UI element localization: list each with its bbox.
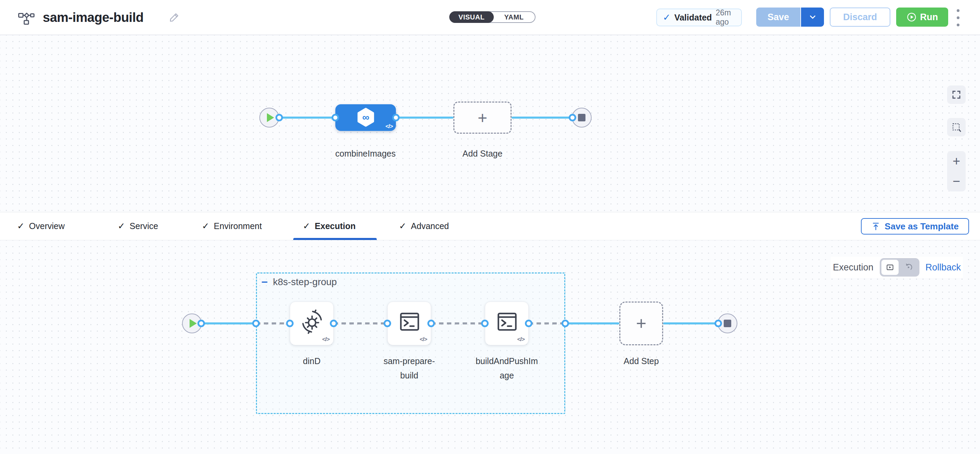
chevron-down-icon	[808, 13, 817, 22]
save-dropdown-button[interactable]	[800, 8, 824, 27]
tab-check-icon: ✓	[118, 221, 125, 232]
code-icon: </>	[322, 336, 329, 343]
execution-mode-segment[interactable]	[881, 259, 899, 275]
validated-time: 26m ago	[716, 8, 741, 27]
connector-edge	[201, 322, 256, 324]
connector-edge	[663, 322, 716, 324]
connector-edge	[256, 322, 290, 324]
connector-port	[332, 114, 339, 121]
tab-label: Service	[130, 221, 158, 231]
tab-check-icon: ✓	[17, 221, 25, 232]
execution-play-icon	[886, 263, 894, 272]
save-as-template-button[interactable]: Save as Template	[861, 218, 969, 235]
code-icon: </>	[420, 336, 427, 343]
connector-port	[330, 320, 337, 327]
collapse-minus-icon[interactable]: −	[261, 276, 268, 287]
zoom-in-button[interactable]: +	[953, 154, 960, 168]
connector-edge	[396, 117, 453, 119]
pipeline-studio: sam-image-build VISUAL YAML ✓ Validated …	[0, 0, 980, 454]
add-step-label: Add Step	[597, 354, 686, 368]
execution-mode-label: Execution	[833, 262, 873, 273]
connector-edge	[431, 322, 485, 324]
connector-edge	[512, 117, 570, 119]
rollback-link[interactable]: Rollback	[926, 262, 961, 273]
header-bar: sam-image-build VISUAL YAML ✓ Validated …	[0, 0, 980, 35]
fullscreen-icon	[951, 90, 961, 100]
tab-check-icon: ✓	[202, 221, 209, 232]
connector-port	[197, 320, 205, 327]
stage-tabbar: ✓ Overview ✓ Service ✓ Environment ✓ Exe…	[0, 212, 980, 240]
svg-text:∞: ∞	[363, 112, 369, 123]
connector-edge	[279, 117, 335, 119]
connector-port	[427, 320, 435, 327]
connector-port	[275, 114, 283, 121]
execution-rollback-toggle[interactable]	[880, 258, 920, 276]
tab-execution[interactable]: ✓ Execution	[303, 212, 356, 240]
plus-icon: +	[478, 108, 487, 127]
connector-port	[481, 320, 488, 327]
connector-port	[286, 320, 294, 327]
marquee-select-button[interactable]	[947, 118, 966, 137]
edit-pencil-icon[interactable]	[169, 12, 180, 23]
rollback-mode-segment[interactable]	[899, 259, 918, 275]
save-button[interactable]: Save	[756, 8, 800, 27]
save-as-template-label: Save as Template	[885, 221, 958, 232]
step-group-header: − k8s-step-group	[261, 276, 337, 287]
active-tab-underline	[293, 238, 377, 240]
validated-check-icon: ✓	[663, 12, 671, 23]
tab-label: Advanced	[411, 221, 449, 231]
connector-edge	[529, 322, 565, 324]
step-group-name: k8s-step-group	[273, 276, 337, 287]
connector-port	[252, 320, 260, 327]
terminal-icon	[397, 310, 422, 334]
tab-check-icon: ✓	[303, 221, 310, 232]
zoom-out-button[interactable]: −	[953, 174, 960, 189]
start-play-icon	[189, 319, 197, 328]
discard-button[interactable]: Discard	[830, 8, 890, 27]
tab-environment[interactable]: ✓ Environment	[202, 212, 262, 240]
add-stage-label: Add Stage	[431, 147, 534, 160]
terminal-icon	[495, 310, 519, 334]
toggle-visual[interactable]: VISUAL	[449, 11, 494, 23]
connector-edge	[334, 322, 387, 324]
step-name-label: buildAndPushIm age	[462, 354, 551, 383]
run-label: Run	[920, 12, 938, 22]
visual-yaml-toggle[interactable]: VISUAL YAML	[449, 11, 536, 23]
tab-overview[interactable]: ✓ Overview	[17, 212, 65, 240]
validated-badge[interactable]: ✓ Validated 26m ago	[656, 8, 742, 26]
step-card-dind[interactable]: </>	[290, 302, 334, 345]
connector-port	[392, 114, 400, 121]
gear-sync-icon	[300, 310, 325, 334]
code-icon: </>	[517, 336, 525, 343]
run-play-icon	[907, 12, 917, 22]
code-icon: </>	[385, 123, 393, 130]
connector-port	[714, 320, 722, 327]
connector-edge	[565, 322, 619, 324]
tab-label: Environment	[214, 221, 262, 231]
run-button[interactable]: Run	[896, 8, 948, 27]
fullscreen-button[interactable]	[947, 86, 966, 104]
tab-service[interactable]: ✓ Service	[118, 212, 158, 240]
pipeline-icon	[18, 10, 35, 25]
add-step-button[interactable]: +	[619, 302, 663, 345]
stage-name-label: combineImages	[314, 147, 417, 160]
ci-stage-hexagon-icon: ∞	[356, 107, 376, 127]
end-stop-icon	[724, 320, 731, 327]
more-options-kebab-icon[interactable]	[956, 9, 961, 26]
connector-port	[562, 320, 569, 327]
pipeline-title: sam-image-build	[43, 10, 143, 25]
connector-port	[525, 320, 533, 327]
stage-card-combineimages[interactable]: ∞ </>	[335, 104, 396, 131]
tab-advanced[interactable]: ✓ Advanced	[399, 212, 449, 240]
marquee-selection-icon	[951, 122, 961, 132]
step-card-buildandpushimage[interactable]: </>	[485, 302, 529, 345]
add-stage-button[interactable]: +	[453, 102, 512, 134]
toggle-yaml[interactable]: YAML	[492, 11, 536, 23]
tab-label: Execution	[315, 221, 356, 231]
tab-check-icon: ✓	[399, 221, 407, 232]
step-card-sam-prepare-build[interactable]: </>	[387, 302, 431, 345]
rollback-icon	[904, 263, 913, 272]
connector-port	[569, 114, 576, 121]
step-name-label: sam-prepare- build	[365, 354, 454, 383]
plus-icon: +	[636, 313, 646, 334]
